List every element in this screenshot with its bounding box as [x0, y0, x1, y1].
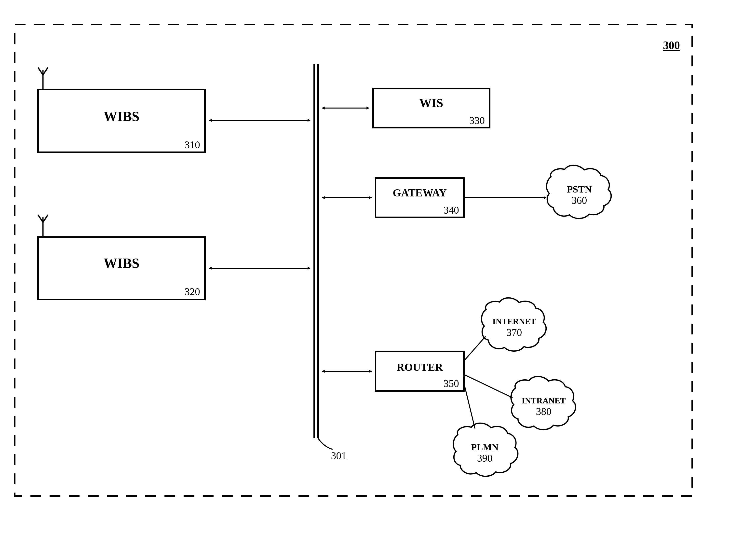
link-router-internet	[464, 337, 486, 361]
gateway-ref: 340	[444, 204, 459, 216]
svg-line-8	[38, 215, 43, 222]
node-wibs-310: WIBS 310	[38, 67, 205, 152]
intranet-label: INTRANET	[522, 396, 566, 405]
gateway-label: GATEWAY	[393, 187, 447, 199]
internet-label: INTERNET	[492, 317, 536, 326]
internet-ref: 370	[507, 327, 522, 338]
wis-label: WIS	[419, 96, 443, 110]
pstn-label: PSTN	[567, 184, 592, 195]
intranet-ref: 380	[536, 406, 552, 417]
cloud-plmn: PLMN 390	[453, 423, 518, 476]
system-ref: 300	[663, 39, 680, 52]
bus	[314, 64, 333, 449]
node-wibs-320: WIBS 320	[38, 215, 205, 300]
wibs2-ref: 320	[185, 286, 200, 298]
node-router: ROUTER 350	[376, 352, 464, 391]
wis-ref: 330	[469, 115, 485, 126]
node-wis: WIS 330	[373, 88, 490, 128]
wibs1-label: WIBS	[104, 109, 139, 124]
pstn-ref: 360	[572, 195, 587, 206]
cloud-internet: INTERNET 370	[482, 298, 546, 351]
router-ref: 350	[444, 378, 459, 389]
svg-line-5	[43, 67, 48, 75]
svg-line-4	[38, 67, 43, 75]
svg-line-9	[43, 215, 48, 222]
cloud-pstn: PSTN 360	[547, 165, 611, 218]
plmn-ref: 390	[477, 453, 493, 464]
plmn-label: PLMN	[471, 442, 499, 452]
router-label: ROUTER	[397, 361, 443, 373]
node-gateway: GATEWAY 340	[376, 178, 464, 217]
bus-ref: 301	[331, 450, 347, 461]
link-router-intranet	[464, 375, 513, 398]
network-diagram: 300 301 WIBS 310 WIBS 320 WIS 330 GATEWA…	[0, 0, 756, 551]
wibs1-ref: 310	[185, 139, 200, 150]
link-router-plmn	[464, 383, 475, 429]
wibs2-label: WIBS	[104, 255, 139, 271]
cloud-intranet: INTRANET 380	[511, 377, 576, 430]
